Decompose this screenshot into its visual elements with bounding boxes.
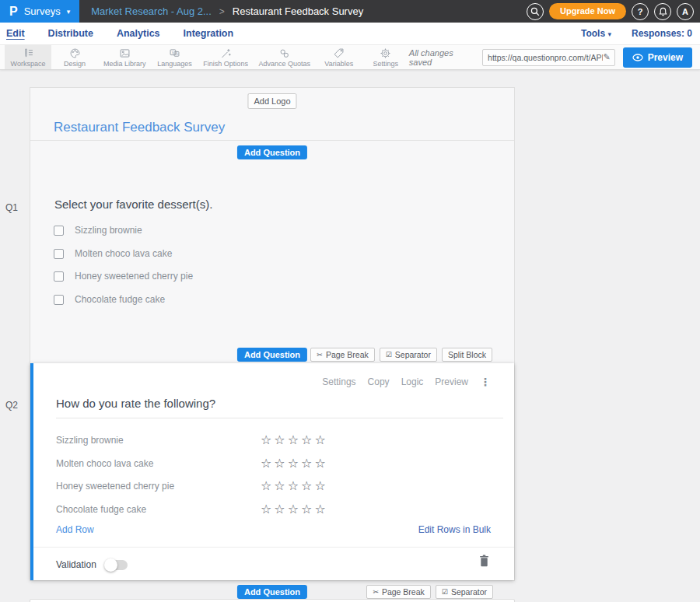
- survey-url-input[interactable]: [488, 53, 603, 62]
- star-rating[interactable]: ☆☆☆☆☆: [261, 502, 328, 517]
- delete-question-button[interactable]: [479, 555, 489, 570]
- q2-logic-button[interactable]: Logic: [401, 376, 424, 387]
- section-nav: Edit Distribute Analytics Integration To…: [0, 23, 700, 44]
- q1-label: Q1: [5, 202, 18, 213]
- row-label[interactable]: Sizzling brownie: [56, 432, 124, 448]
- chevron-down-icon: ▾: [67, 8, 71, 16]
- q2-settings-button[interactable]: Settings: [322, 376, 355, 387]
- checkbox[interactable]: [54, 226, 64, 236]
- toolbar-design[interactable]: Design: [51, 45, 98, 69]
- row-label[interactable]: Honey sweetened cherry pie: [56, 478, 174, 494]
- q2-preview-button[interactable]: Preview: [435, 376, 468, 387]
- separator-button[interactable]: ☑ Separator: [436, 585, 493, 599]
- toolbar-finish-options[interactable]: Finish Options: [198, 45, 253, 69]
- star-rating[interactable]: ☆☆☆☆☆: [261, 456, 328, 471]
- survey-header: Add Logo Restaurant Feedback Survey: [30, 88, 514, 141]
- account-button[interactable]: A: [677, 3, 694, 20]
- workspace-icon: [23, 47, 34, 59]
- tab-distribute[interactable]: Distribute: [48, 28, 93, 39]
- checkbox[interactable]: [54, 249, 64, 259]
- avatar: A: [682, 7, 688, 16]
- tab-analytics[interactable]: Analytics: [117, 28, 160, 39]
- breadcrumb: Market Research - Aug 2... > Restaurant …: [91, 5, 363, 17]
- option-label[interactable]: Honey sweetened cherry pie: [75, 271, 193, 282]
- option-label[interactable]: Chocolate fudge cake: [75, 294, 165, 305]
- rating-row: Honey sweetened cherry pie ☆☆☆☆☆: [33, 478, 514, 494]
- q1-option-row: Sizzling brownie: [54, 222, 142, 238]
- add-question-button-mid[interactable]: Add Question: [237, 348, 307, 362]
- q1-option-row: Molten choco lava cake: [54, 246, 172, 261]
- validation-label: Validation: [56, 559, 96, 570]
- q1-option-row: Honey sweetened cherry pie: [54, 268, 193, 284]
- row-label[interactable]: Molten choco lava cake: [56, 456, 153, 471]
- breadcrumb-current: Restaurant Feedback Survey: [233, 5, 363, 17]
- checkbox[interactable]: [54, 295, 64, 305]
- separator-icon: ☑: [386, 351, 392, 359]
- star-rating[interactable]: ☆☆☆☆☆: [261, 478, 328, 494]
- rating-row: Molten choco lava cake ☆☆☆☆☆: [33, 456, 514, 471]
- add-row-link[interactable]: Add Row: [56, 524, 94, 535]
- svg-text:x: x: [172, 50, 174, 54]
- add-question-button-top[interactable]: Add Question: [237, 145, 307, 159]
- validation-toggle[interactable]: [106, 560, 128, 570]
- tab-edit[interactable]: Edit: [6, 28, 25, 39]
- search-icon: [530, 7, 540, 16]
- responses-count[interactable]: Responses: 0: [632, 28, 692, 39]
- bell-icon: [659, 7, 667, 16]
- image-icon: [119, 47, 131, 59]
- separator-icon: ☑: [442, 588, 448, 596]
- q2-copy-button[interactable]: Copy: [368, 376, 390, 387]
- help-button[interactable]: ?: [632, 3, 649, 20]
- q1-question-text[interactable]: Select your favorite dessert(s).: [54, 198, 212, 211]
- notifications-button[interactable]: [654, 3, 671, 20]
- survey-title[interactable]: Restaurant Feedback Survey: [54, 120, 225, 135]
- toolbar-workspace[interactable]: Workspace: [5, 45, 51, 69]
- add-logo-button[interactable]: Add Logo: [247, 93, 296, 109]
- toolbar-media-library[interactable]: Media Library: [98, 45, 151, 69]
- page-break-button[interactable]: ✂ Page Break: [366, 585, 430, 599]
- edit-url-icon[interactable]: ✎: [603, 52, 610, 62]
- split-block-button[interactable]: Split Block: [442, 348, 492, 362]
- question-menu: Settings Copy Logic Preview ⋮: [322, 376, 491, 388]
- toolbar-settings[interactable]: Settings: [362, 45, 409, 69]
- topbar-actions: Upgrade Now ? A: [527, 3, 700, 20]
- surveys-menu-label: Surveys: [24, 5, 61, 17]
- page-break-button[interactable]: ✂ Page Break: [310, 348, 374, 362]
- option-label[interactable]: Sizzling brownie: [75, 225, 142, 236]
- toolbar-languages[interactable]: Ax Languages: [151, 45, 198, 69]
- rating-row: Sizzling brownie ☆☆☆☆☆: [33, 432, 514, 448]
- validation-control: Validation: [56, 556, 128, 573]
- edit-rows-in-bulk-link[interactable]: Edit Rows in Bulk: [418, 524, 491, 535]
- row-label[interactable]: Chocolate fudge cake: [56, 502, 146, 517]
- question-1-block: Add Question Select your favorite desser…: [30, 141, 514, 363]
- palette-icon: [69, 47, 81, 59]
- block-controls: ✂ Page Break ☑ Separator Split Block: [310, 348, 492, 362]
- gear-icon: [380, 47, 391, 59]
- toolbar-advance-quotas[interactable]: Advance Quotas: [254, 45, 316, 69]
- search-button[interactable]: [527, 3, 544, 20]
- q2-question-text[interactable]: How do you rate the following?: [56, 397, 215, 410]
- q1-option-row: Chocolate fudge cake: [54, 292, 165, 307]
- tools-menu[interactable]: Tools ▾: [581, 28, 611, 39]
- option-label[interactable]: Molten choco lava cake: [75, 248, 172, 259]
- survey-url-field[interactable]: ✎: [482, 49, 615, 66]
- upgrade-now-button[interactable]: Upgrade Now: [549, 3, 626, 19]
- footer-divider: [33, 547, 514, 548]
- more-options-icon[interactable]: ⋮: [480, 376, 491, 388]
- tab-integration[interactable]: Integration: [184, 28, 234, 39]
- separator-button[interactable]: ☑ Separator: [380, 348, 437, 362]
- star-rating[interactable]: ☆☆☆☆☆: [261, 432, 328, 448]
- add-question-button-bottom[interactable]: Add Question: [237, 585, 307, 599]
- block-controls-bottom: ✂ Page Break ☑ Separator: [366, 585, 493, 599]
- q2-label: Q2: [5, 400, 18, 411]
- toolbar-variables[interactable]: Variables: [316, 45, 362, 69]
- breadcrumb-folder[interactable]: Market Research - Aug 2...: [91, 5, 212, 17]
- preview-button[interactable]: Preview: [623, 47, 692, 68]
- page-break-icon: ✂: [373, 588, 379, 596]
- chevron-down-icon: ▾: [607, 30, 611, 38]
- checkbox[interactable]: [54, 271, 64, 282]
- save-status: All changes saved: [409, 48, 474, 67]
- svg-text:A: A: [176, 51, 179, 56]
- next-block-edge: [30, 599, 515, 602]
- surveys-menu[interactable]: P Surveys ▾: [0, 0, 79, 23]
